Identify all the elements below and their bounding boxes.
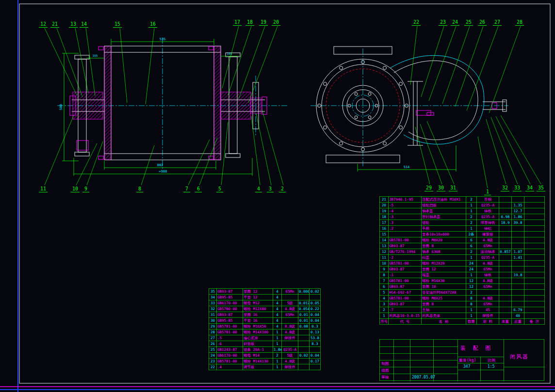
- table-cell: GB5781-00: [389, 261, 422, 267]
- callout-29: 29: [424, 185, 433, 191]
- table-cell: [477, 290, 499, 296]
- table-cell: 8: [466, 301, 477, 307]
- table-cell: 序号: [380, 319, 389, 325]
- table-cell: 28: [209, 329, 217, 335]
- bom-row: 28GB5781-00螺栓 M14X10014.8级0.13: [209, 329, 321, 335]
- table-cell: [512, 278, 524, 284]
- table-cell: 密封轴承盖: [422, 214, 466, 220]
- callout-23: 23: [439, 19, 447, 26]
- right-bearing-block: [221, 92, 251, 119]
- volute-outline-white: [394, 61, 478, 140]
- callout-27: 27: [493, 19, 502, 26]
- table-cell: 4.8级: [477, 261, 499, 267]
- bom-row: 18-3密封轴承盖2Q235-A0.981.86: [380, 214, 545, 220]
- table-cell: 闷盖: [422, 255, 466, 261]
- table-cell: [499, 197, 512, 203]
- callout-leader-lines: [45, 26, 541, 188]
- table-cell: 垫圈 10: [422, 284, 466, 290]
- table-cell: 0.04: [310, 353, 321, 359]
- bom-row: 11-2闷盖1Q235-A1.41: [380, 255, 545, 261]
- bom-row: 31GB93-87垫圈 16465Mn0.010.04: [209, 312, 321, 318]
- table-cell: [524, 243, 545, 249]
- table-cell: -2: [389, 255, 422, 261]
- table-cell: 铸铝: [477, 226, 499, 232]
- table-cell: 螺母 M12: [243, 300, 273, 306]
- table-cell: 焊接件: [282, 335, 298, 341]
- table-cell: [524, 208, 545, 214]
- table-cell: 0.22: [310, 306, 321, 312]
- table-cell: 1: [273, 364, 282, 370]
- table-cell: [499, 313, 512, 319]
- callout-6: 6: [195, 186, 202, 192]
- bom-row: 3GB93-87垫圈 8865Mn: [380, 301, 545, 307]
- bom-row: 13GB93-87垫圈 8665Mn: [380, 243, 545, 249]
- table-cell: 33: [209, 300, 217, 306]
- table-cell: [389, 232, 422, 237]
- table-cell: [499, 237, 512, 243]
- table-cell: 焊接件: [477, 313, 499, 319]
- callout-4: 4: [255, 186, 262, 192]
- table-cell: .4: [217, 364, 243, 370]
- table-cell: 16: [380, 226, 389, 232]
- table-cell: [298, 329, 310, 335]
- callout-12: 12: [39, 21, 48, 28]
- table-cell: [524, 290, 545, 296]
- table-cell: 5: [380, 290, 389, 296]
- table-cell: 链轮: [422, 220, 466, 226]
- table-cell: 8.3: [310, 341, 321, 347]
- table-cell: 8.8级: [282, 324, 298, 329]
- table-cell: GB93-87: [389, 243, 422, 249]
- table-cell: [499, 307, 512, 313]
- callout-22: 22: [412, 19, 421, 26]
- table-cell: 12: [466, 284, 477, 290]
- bom-row: 15垫条10x10x6002条橡胶板: [380, 232, 545, 237]
- table-cell: [512, 237, 524, 243]
- table-cell: 65Mn: [477, 301, 499, 307]
- table-cell: -5: [389, 203, 422, 208]
- table-cell: 铸铁: [477, 272, 499, 278]
- table-cell: [499, 232, 512, 237]
- volute-outline-cyan: [391, 55, 484, 144]
- table-cell: 偏心底座: [243, 335, 273, 341]
- table-cell: [499, 284, 512, 290]
- table-cell: 数量: [466, 319, 477, 325]
- table-cell: 34: [209, 295, 217, 300]
- table-cell: 1.41: [512, 255, 524, 261]
- table-cell: 轴承 6308: [422, 249, 466, 255]
- table-cell: 1.07: [512, 249, 524, 255]
- left-bearing-block: [73, 92, 103, 119]
- table-cell: 22: [209, 364, 217, 370]
- table-cell: 4.8级: [477, 278, 499, 284]
- callout-13: 13: [69, 21, 78, 28]
- table-cell: 1: [466, 255, 477, 261]
- bom-row: 7GB5781-00螺栓 M10X30124.8级: [380, 278, 545, 284]
- table-cell: GB/T276-1994: [389, 249, 422, 255]
- table-cell: 0.054: [298, 306, 310, 312]
- table-cell: 4: [273, 312, 282, 318]
- bom-row: 17.3链轮2球墨铸铁18.939.8: [380, 220, 545, 226]
- table-cell: -7: [389, 307, 422, 313]
- table-cell: 12.7: [512, 208, 524, 214]
- table-cell: [512, 284, 524, 290]
- table-cell: 1: [466, 272, 477, 278]
- table-cell: GB95-85: [217, 318, 243, 324]
- table-cell: 代 号: [389, 319, 422, 325]
- table-cell: 1: [466, 208, 477, 214]
- table-cell: [512, 197, 524, 203]
- table-cell: -4: [389, 208, 422, 214]
- table-cell: 调节板: [243, 364, 273, 370]
- bom-row: 6GB93-87垫圈 101265Mn: [380, 284, 545, 290]
- table-cell: 31: [209, 312, 217, 318]
- table-cell: GB93-87: [217, 312, 243, 318]
- table-cell: 垫圈 16: [243, 312, 273, 318]
- table-cell: 20: [380, 203, 389, 208]
- table-cell: 1.35: [512, 203, 524, 208]
- table-cell: [512, 301, 524, 307]
- bom-row: 5HG4-692-67骨架油封PD60X72X82: [380, 290, 545, 296]
- table-cell: [499, 203, 512, 208]
- table-cell: [524, 255, 545, 261]
- table-cell: 65Mn: [282, 289, 298, 295]
- table-cell: 4.8级: [282, 329, 298, 335]
- table-cell: 4.8级: [477, 296, 499, 301]
- bom-row: 30GB95-85平垫 1640.010.04: [209, 318, 321, 324]
